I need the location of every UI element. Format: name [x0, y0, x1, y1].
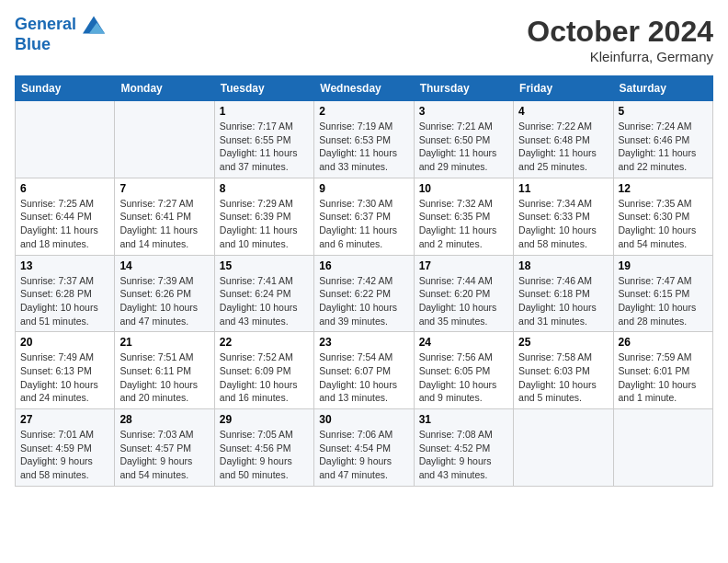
day-detail: Sunrise: 7:35 AM Sunset: 6:30 PM Dayligh…: [619, 197, 708, 251]
calendar-week-row: 20Sunrise: 7:49 AM Sunset: 6:13 PM Dayli…: [16, 332, 713, 409]
calendar-cell: 18Sunrise: 7:46 AM Sunset: 6:18 PM Dayli…: [514, 255, 613, 332]
calendar-cell: 1Sunrise: 7:17 AM Sunset: 6:55 PM Daylig…: [214, 101, 313, 178]
calendar-cell: 11Sunrise: 7:34 AM Sunset: 6:33 PM Dayli…: [514, 178, 613, 255]
calendar-week-row: 13Sunrise: 7:37 AM Sunset: 6:28 PM Dayli…: [16, 255, 713, 332]
logo: General Blue: [15, 15, 105, 54]
day-header-saturday: Saturday: [613, 76, 712, 101]
day-number: 7: [119, 182, 209, 195]
calendar-body: 1Sunrise: 7:17 AM Sunset: 6:55 PM Daylig…: [16, 101, 713, 487]
calendar-cell: 16Sunrise: 7:42 AM Sunset: 6:22 PM Dayli…: [314, 255, 414, 332]
calendar-cell: 19Sunrise: 7:47 AM Sunset: 6:15 PM Dayli…: [613, 255, 712, 332]
day-detail: Sunrise: 7:49 AM Sunset: 6:13 PM Dayligh…: [20, 350, 109, 405]
day-number: 23: [319, 336, 408, 349]
day-number: 10: [419, 182, 508, 195]
day-number: 21: [119, 336, 209, 349]
day-detail: Sunrise: 7:47 AM Sunset: 6:15 PM Dayligh…: [619, 274, 708, 328]
day-detail: Sunrise: 7:06 AM Sunset: 4:54 PM Dayligh…: [319, 428, 408, 482]
day-detail: Sunrise: 7:51 AM Sunset: 6:11 PM Dayligh…: [119, 350, 209, 405]
day-number: 3: [419, 105, 508, 118]
calendar-cell: [514, 409, 613, 487]
day-detail: Sunrise: 7:56 AM Sunset: 6:05 PM Dayligh…: [419, 350, 508, 405]
calendar-cell: 22Sunrise: 7:52 AM Sunset: 6:09 PM Dayli…: [214, 332, 313, 409]
calendar-cell: 20Sunrise: 7:49 AM Sunset: 6:13 PM Dayli…: [16, 332, 115, 409]
day-detail: Sunrise: 7:32 AM Sunset: 6:35 PM Dayligh…: [419, 197, 508, 251]
month-title: October 2024: [527, 15, 713, 49]
calendar-cell: 10Sunrise: 7:32 AM Sunset: 6:35 PM Dayli…: [414, 178, 513, 255]
day-detail: Sunrise: 7:34 AM Sunset: 6:33 PM Dayligh…: [518, 197, 608, 251]
calendar-cell: 17Sunrise: 7:44 AM Sunset: 6:20 PM Dayli…: [414, 255, 513, 332]
day-detail: Sunrise: 7:44 AM Sunset: 6:20 PM Dayligh…: [419, 274, 508, 328]
day-header-tuesday: Tuesday: [214, 76, 313, 101]
title-block: October 2024 Kleinfurra, Germany: [527, 15, 713, 64]
calendar-cell: 24Sunrise: 7:56 AM Sunset: 6:05 PM Dayli…: [414, 332, 513, 409]
day-number: 14: [119, 259, 209, 272]
day-detail: Sunrise: 7:03 AM Sunset: 4:57 PM Dayligh…: [119, 428, 209, 482]
day-number: 30: [319, 413, 408, 426]
day-number: 31: [419, 413, 508, 426]
calendar-week-row: 1Sunrise: 7:17 AM Sunset: 6:55 PM Daylig…: [16, 101, 713, 178]
day-detail: Sunrise: 7:59 AM Sunset: 6:01 PM Dayligh…: [619, 350, 708, 405]
day-number: 6: [20, 182, 109, 195]
calendar-cell: 3Sunrise: 7:21 AM Sunset: 6:50 PM Daylig…: [414, 101, 513, 178]
day-number: 8: [220, 182, 309, 195]
calendar-cell: 21Sunrise: 7:51 AM Sunset: 6:11 PM Dayli…: [115, 332, 214, 409]
calendar-header-row: SundayMondayTuesdayWednesdayThursdayFrid…: [16, 76, 713, 101]
calendar-cell: 31Sunrise: 7:08 AM Sunset: 4:52 PM Dayli…: [414, 409, 513, 487]
day-detail: Sunrise: 7:17 AM Sunset: 6:55 PM Dayligh…: [220, 120, 309, 174]
day-header-monday: Monday: [115, 76, 214, 101]
day-header-sunday: Sunday: [16, 76, 115, 101]
calendar-cell: 27Sunrise: 7:01 AM Sunset: 4:59 PM Dayli…: [16, 409, 115, 487]
day-detail: Sunrise: 7:08 AM Sunset: 4:52 PM Dayligh…: [419, 428, 508, 482]
day-number: 22: [220, 336, 309, 349]
calendar-cell: 13Sunrise: 7:37 AM Sunset: 6:28 PM Dayli…: [16, 255, 115, 332]
day-number: 28: [119, 413, 209, 426]
day-number: 2: [319, 105, 408, 118]
day-detail: Sunrise: 7:29 AM Sunset: 6:39 PM Dayligh…: [220, 197, 309, 251]
day-detail: Sunrise: 7:19 AM Sunset: 6:53 PM Dayligh…: [319, 120, 408, 174]
day-number: 18: [518, 259, 608, 272]
calendar-cell: 25Sunrise: 7:58 AM Sunset: 6:03 PM Dayli…: [514, 332, 613, 409]
day-number: 1: [220, 105, 309, 118]
calendar-cell: 26Sunrise: 7:59 AM Sunset: 6:01 PM Dayli…: [613, 332, 712, 409]
logo-text: General Blue: [15, 15, 105, 54]
day-number: 11: [518, 182, 608, 195]
calendar-cell: 29Sunrise: 7:05 AM Sunset: 4:56 PM Dayli…: [214, 409, 313, 487]
calendar-week-row: 6Sunrise: 7:25 AM Sunset: 6:44 PM Daylig…: [16, 178, 713, 255]
calendar-cell: 23Sunrise: 7:54 AM Sunset: 6:07 PM Dayli…: [314, 332, 414, 409]
day-number: 20: [20, 336, 109, 349]
day-number: 9: [319, 182, 408, 195]
calendar-cell: 14Sunrise: 7:39 AM Sunset: 6:26 PM Dayli…: [115, 255, 214, 332]
day-number: 12: [619, 182, 708, 195]
day-number: 15: [220, 259, 309, 272]
day-detail: Sunrise: 7:05 AM Sunset: 4:56 PM Dayligh…: [220, 428, 309, 482]
day-detail: Sunrise: 7:58 AM Sunset: 6:03 PM Dayligh…: [518, 350, 608, 405]
calendar-table: SundayMondayTuesdayWednesdayThursdayFrid…: [15, 75, 713, 487]
day-detail: Sunrise: 7:01 AM Sunset: 4:59 PM Dayligh…: [20, 428, 109, 482]
calendar-cell: 6Sunrise: 7:25 AM Sunset: 6:44 PM Daylig…: [16, 178, 115, 255]
calendar-cell: 12Sunrise: 7:35 AM Sunset: 6:30 PM Dayli…: [613, 178, 712, 255]
calendar-cell: 2Sunrise: 7:19 AM Sunset: 6:53 PM Daylig…: [314, 101, 414, 178]
calendar-cell: [16, 101, 115, 178]
day-detail: Sunrise: 7:27 AM Sunset: 6:41 PM Dayligh…: [119, 197, 209, 251]
day-detail: Sunrise: 7:39 AM Sunset: 6:26 PM Dayligh…: [119, 274, 209, 328]
day-detail: Sunrise: 7:21 AM Sunset: 6:50 PM Dayligh…: [419, 120, 508, 174]
day-header-thursday: Thursday: [414, 76, 513, 101]
day-detail: Sunrise: 7:41 AM Sunset: 6:24 PM Dayligh…: [220, 274, 309, 328]
calendar-cell: 5Sunrise: 7:24 AM Sunset: 6:46 PM Daylig…: [613, 101, 712, 178]
calendar-cell: 15Sunrise: 7:41 AM Sunset: 6:24 PM Dayli…: [214, 255, 313, 332]
day-number: 25: [518, 336, 608, 349]
day-header-wednesday: Wednesday: [314, 76, 414, 101]
calendar-cell: 28Sunrise: 7:03 AM Sunset: 4:57 PM Dayli…: [115, 409, 214, 487]
day-detail: Sunrise: 7:52 AM Sunset: 6:09 PM Dayligh…: [220, 350, 309, 405]
calendar-cell: 9Sunrise: 7:30 AM Sunset: 6:37 PM Daylig…: [314, 178, 414, 255]
day-detail: Sunrise: 7:37 AM Sunset: 6:28 PM Dayligh…: [20, 274, 109, 328]
location: Kleinfurra, Germany: [527, 49, 713, 64]
day-detail: Sunrise: 7:22 AM Sunset: 6:48 PM Dayligh…: [518, 120, 608, 174]
calendar-cell: 7Sunrise: 7:27 AM Sunset: 6:41 PM Daylig…: [115, 178, 214, 255]
day-detail: Sunrise: 7:30 AM Sunset: 6:37 PM Dayligh…: [319, 197, 408, 251]
day-detail: Sunrise: 7:25 AM Sunset: 6:44 PM Dayligh…: [20, 197, 109, 251]
calendar-cell: [115, 101, 214, 178]
day-number: 26: [619, 336, 708, 349]
calendar-cell: [613, 409, 712, 487]
day-number: 24: [419, 336, 508, 349]
